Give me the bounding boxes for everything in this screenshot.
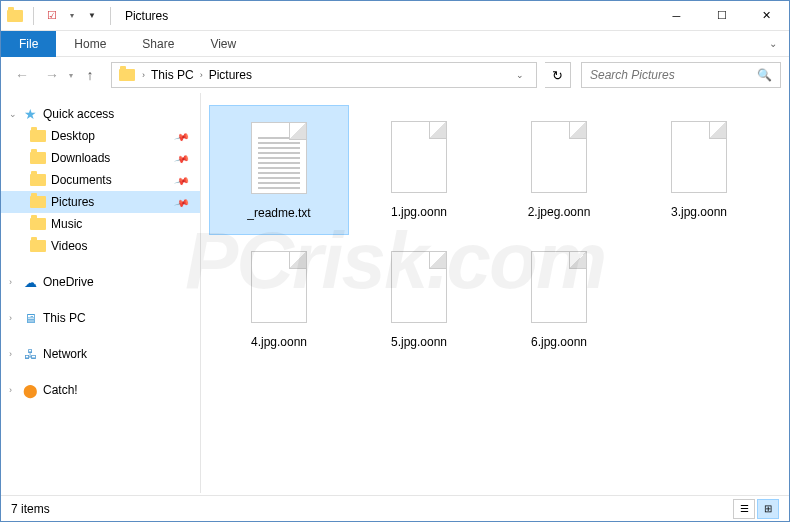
separator — [110, 7, 111, 25]
pin-icon: 📌 — [174, 194, 190, 210]
expand-ribbon-icon[interactable]: ⌄ — [757, 38, 789, 49]
pc-icon: 🖥 — [21, 310, 39, 326]
window-title: Pictures — [125, 9, 168, 23]
folder-icon — [29, 128, 47, 144]
sidebar-item-desktop[interactable]: Desktop📌 — [1, 125, 200, 147]
expand-icon[interactable]: › — [9, 277, 21, 287]
search-input[interactable] — [590, 68, 757, 82]
file-item[interactable]: _readme.txt — [209, 105, 349, 235]
icons-view-button[interactable]: ⊞ — [757, 499, 779, 519]
sidebar-item-documents[interactable]: Documents📌 — [1, 169, 200, 191]
sidebar-item-catch-[interactable]: ›⬤Catch! — [1, 379, 200, 401]
star-icon: ★ — [21, 106, 39, 122]
window-controls: ─ ☐ ✕ — [654, 1, 789, 31]
forward-button[interactable]: → — [39, 62, 65, 88]
history-dropdown-icon[interactable]: ▾ — [69, 71, 73, 80]
sidebar-item-music[interactable]: Music — [1, 213, 200, 235]
file-item[interactable]: 6.jpg.oonn — [489, 235, 629, 365]
folder-icon — [29, 216, 47, 232]
sidebar-item-videos[interactable]: Videos — [1, 235, 200, 257]
unknown-file-icon — [251, 251, 307, 323]
back-button[interactable]: ← — [9, 62, 35, 88]
sidebar-item-network[interactable]: ›🖧Network — [1, 343, 200, 365]
file-item[interactable]: 1.jpg.oonn — [349, 105, 489, 235]
file-item[interactable]: 4.jpg.oonn — [209, 235, 349, 365]
file-name-label: 3.jpg.oonn — [671, 205, 727, 219]
minimize-button[interactable]: ─ — [654, 1, 699, 31]
breadcrumb-this-pc[interactable]: This PC — [147, 68, 198, 82]
file-name-label: 2.jpeg.oonn — [528, 205, 591, 219]
refresh-button[interactable]: ↻ — [545, 62, 571, 88]
pin-icon: 📌 — [174, 128, 190, 144]
titlebar: ☑ ▾ ▼ Pictures ─ ☐ ✕ — [1, 1, 789, 31]
expand-icon[interactable]: › — [9, 313, 21, 323]
sidebar-item-label: Desktop — [51, 129, 95, 143]
pin-icon: 📌 — [174, 172, 190, 188]
sidebar-item-downloads[interactable]: Downloads📌 — [1, 147, 200, 169]
tab-view[interactable]: View — [192, 31, 254, 57]
close-button[interactable]: ✕ — [744, 1, 789, 31]
unknown-file-icon — [531, 121, 587, 193]
chevron-right-icon[interactable]: › — [140, 70, 147, 80]
file-list[interactable]: _readme.txt1.jpg.oonn2.jpeg.oonn3.jpg.oo… — [201, 93, 789, 493]
cloud-icon: ☁ — [21, 274, 39, 290]
navigation-pane: ⌄ ★ Quick access Desktop📌Downloads📌Docum… — [1, 93, 201, 493]
quick-access-group: ⌄ ★ Quick access Desktop📌Downloads📌Docum… — [1, 103, 200, 257]
file-name-label: 6.jpg.oonn — [531, 335, 587, 349]
qat-overflow-icon[interactable]: ▼ — [84, 11, 100, 20]
ribbon-tabs: File Home Share View ⌄ — [1, 31, 789, 57]
main-area: ⌄ ★ Quick access Desktop📌Downloads📌Docum… — [1, 93, 789, 493]
expand-icon[interactable]: › — [9, 385, 21, 395]
sidebar-item-label: Documents — [51, 173, 112, 187]
maximize-button[interactable]: ☐ — [699, 1, 744, 31]
properties-icon[interactable]: ☑ — [44, 8, 60, 24]
folder-icon — [29, 172, 47, 188]
sidebar-item-onedrive[interactable]: ›☁OneDrive — [1, 271, 200, 293]
unknown-file-icon — [531, 251, 587, 323]
folder-icon — [118, 67, 136, 83]
address-dropdown-icon[interactable]: ⌄ — [510, 70, 530, 80]
unknown-file-icon — [671, 121, 727, 193]
file-item[interactable]: 2.jpeg.oonn — [489, 105, 629, 235]
file-item[interactable]: 5.jpg.oonn — [349, 235, 489, 365]
unknown-file-icon — [391, 251, 447, 323]
sidebar-item-pictures[interactable]: Pictures📌 — [1, 191, 200, 213]
tab-share[interactable]: Share — [124, 31, 192, 57]
folder-icon — [29, 238, 47, 254]
sidebar-item-label: Network — [43, 347, 87, 361]
separator — [33, 7, 34, 25]
details-view-button[interactable]: ☰ — [733, 499, 755, 519]
sidebar-item-label: This PC — [43, 311, 86, 325]
sidebar-item-label: Pictures — [51, 195, 94, 209]
sidebar-item-label: Music — [51, 217, 82, 231]
up-button[interactable]: ↑ — [77, 62, 103, 88]
file-tab[interactable]: File — [1, 31, 56, 57]
address-bar[interactable]: › This PC › Pictures ⌄ — [111, 62, 537, 88]
unknown-file-icon — [391, 121, 447, 193]
search-icon[interactable]: 🔍 — [757, 68, 772, 82]
file-name-label: 5.jpg.oonn — [391, 335, 447, 349]
view-switcher: ☰ ⊞ — [733, 499, 779, 519]
expand-icon[interactable]: › — [9, 349, 21, 359]
sidebar-item-label: Videos — [51, 239, 87, 253]
quick-access-label: Quick access — [43, 107, 114, 121]
search-box[interactable]: 🔍 — [581, 62, 781, 88]
qat-dropdown-icon[interactable]: ▾ — [66, 11, 78, 20]
network-icon: 🖧 — [21, 346, 39, 362]
navigation-bar: ← → ▾ ↑ › This PC › Pictures ⌄ ↻ 🔍 — [1, 57, 789, 93]
collapse-icon[interactable]: ⌄ — [9, 109, 21, 119]
file-name-label: _readme.txt — [247, 206, 310, 220]
tab-home[interactable]: Home — [56, 31, 124, 57]
quick-access-header[interactable]: ⌄ ★ Quick access — [1, 103, 200, 125]
sidebar-item-label: OneDrive — [43, 275, 94, 289]
file-item[interactable]: 3.jpg.oonn — [629, 105, 769, 235]
folder-icon[interactable] — [7, 8, 23, 24]
sidebar-item-this-pc[interactable]: ›🖥This PC — [1, 307, 200, 329]
sidebar-item-label: Catch! — [43, 383, 78, 397]
breadcrumb-pictures[interactable]: Pictures — [205, 68, 256, 82]
status-bar: 7 items ☰ ⊞ — [1, 495, 789, 521]
catch-icon: ⬤ — [21, 382, 39, 398]
sidebar-item-label: Downloads — [51, 151, 110, 165]
chevron-right-icon[interactable]: › — [198, 70, 205, 80]
folder-icon — [29, 150, 47, 166]
